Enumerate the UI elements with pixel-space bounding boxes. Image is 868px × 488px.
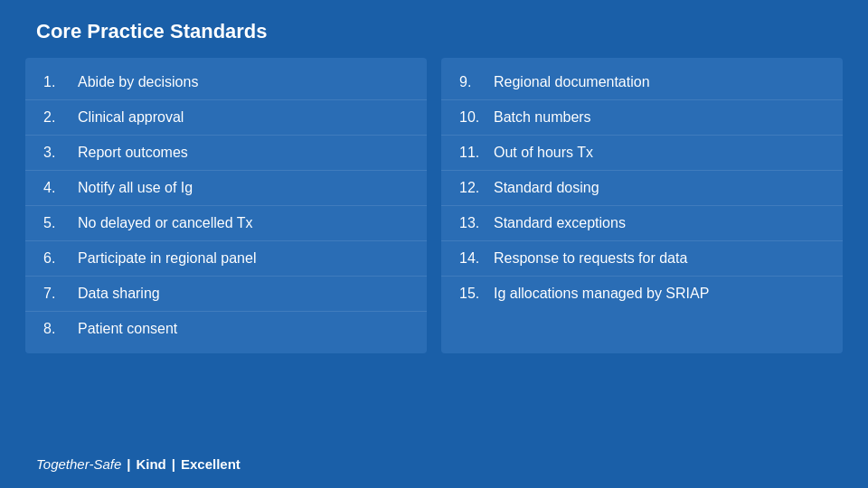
page-title: Core Practice Standards (0, 0, 868, 58)
item-number: 1. (43, 74, 78, 90)
item-text: Response to requests for data (494, 250, 687, 267)
list-item: 12.Standard dosing (441, 171, 843, 206)
list-item: 4.Notify all use of Ig (25, 171, 427, 206)
item-text: Notify all use of Ig (78, 180, 193, 196)
item-text: Clinical approval (78, 109, 184, 126)
item-number: 13. (459, 215, 494, 231)
list-item: 8.Patient consent (25, 312, 427, 346)
list-item: 13.Standard exceptions (441, 206, 843, 241)
item-number: 5. (43, 215, 78, 231)
item-number: 6. (43, 250, 78, 267)
list-item: 7.Data sharing (25, 277, 427, 312)
item-text: No delayed or cancelled Tx (78, 215, 253, 231)
left-column: 1.Abide by decisions2.Clinical approval3… (25, 58, 427, 353)
list-item: 9.Regional documentation (441, 65, 843, 100)
footer-part2: Kind (136, 456, 165, 472)
item-text: Report outcomes (78, 145, 188, 161)
item-text: Data sharing (78, 286, 160, 302)
list-item: 1.Abide by decisions (25, 65, 427, 100)
item-number: 12. (459, 180, 494, 196)
item-number: 7. (43, 286, 78, 302)
item-text: Batch numbers (494, 109, 591, 126)
list-item: 15.Ig allocations managed by SRIAP (441, 277, 843, 311)
item-text: Ig allocations managed by SRIAP (494, 286, 709, 302)
item-number: 10. (459, 109, 494, 126)
item-number: 3. (43, 145, 78, 161)
footer: Together-Safe|Kind|Excellent (36, 456, 241, 472)
right-column: 9.Regional documentation10.Batch numbers… (441, 58, 843, 353)
item-number: 9. (459, 74, 494, 90)
item-number: 4. (43, 180, 78, 196)
item-text: Regional documentation (494, 74, 650, 90)
item-text: Abide by decisions (78, 74, 198, 90)
item-number: 11. (459, 145, 494, 161)
item-number: 2. (43, 109, 78, 126)
item-text: Standard exceptions (494, 215, 626, 231)
item-number: 8. (43, 321, 78, 337)
list-item: 11.Out of hours Tx (441, 136, 843, 171)
list-item: 3.Report outcomes (25, 136, 427, 171)
list-item: 14.Response to requests for data (441, 241, 843, 277)
footer-divider2: | (172, 456, 175, 472)
item-text: Participate in regional panel (78, 250, 256, 267)
list-item: 5.No delayed or cancelled Tx (25, 206, 427, 241)
item-text: Standard dosing (494, 180, 599, 196)
item-number: 14. (459, 250, 494, 267)
item-text: Out of hours Tx (494, 145, 593, 161)
footer-divider1: | (127, 456, 130, 472)
list-item: 10.Batch numbers (441, 100, 843, 136)
footer-part1: Together-Safe (36, 456, 121, 472)
item-text: Patient consent (78, 321, 177, 337)
content-area: 1.Abide by decisions2.Clinical approval3… (0, 58, 868, 353)
footer-part3: Excellent (181, 456, 241, 472)
list-item: 6.Participate in regional panel (25, 241, 427, 277)
item-number: 15. (459, 286, 494, 302)
list-item: 2.Clinical approval (25, 100, 427, 136)
